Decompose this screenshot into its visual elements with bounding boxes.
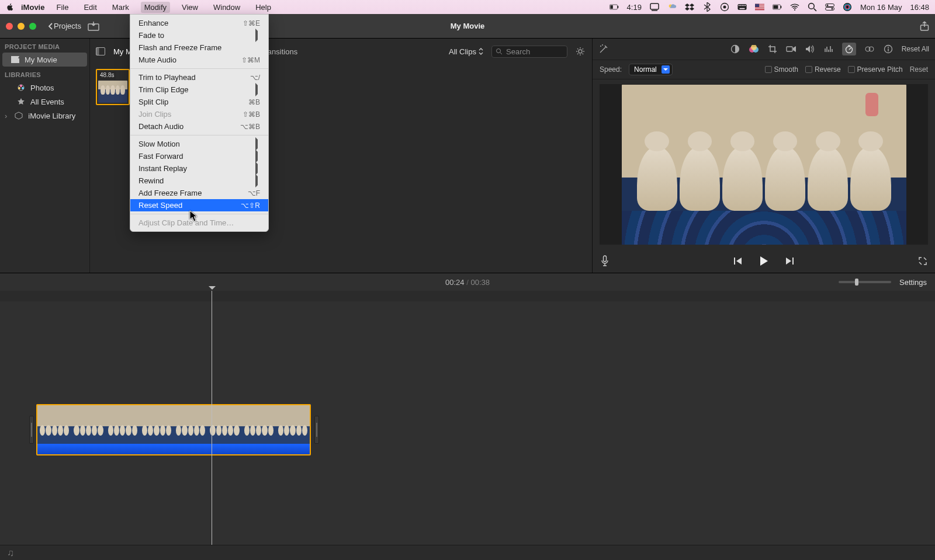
menubar-app-name: iMovie xyxy=(21,3,44,12)
color-balance-button[interactable] xyxy=(730,44,740,54)
play-button[interactable] xyxy=(758,255,770,267)
menubar-time[interactable]: 16:48 xyxy=(910,3,929,12)
menu-item-trim-clip-edge[interactable]: Trim Clip Edge xyxy=(130,84,268,96)
timeline-zoom-slider[interactable] xyxy=(839,281,891,283)
menubar-keyboard-icon[interactable] xyxy=(737,2,747,12)
menu-shortcut: ⌥F xyxy=(248,189,260,197)
volume-button[interactable] xyxy=(805,44,815,54)
timeline-panel: 00:24 / 00:38 Settings ♫ xyxy=(0,273,935,560)
svg-rect-3 xyxy=(650,4,659,9)
menubar-dropbox-icon[interactable] xyxy=(685,2,694,12)
menubar-bluetooth-icon[interactable] xyxy=(702,2,712,12)
menu-item-add-freeze-frame[interactable]: Add Freeze Frame⌥F xyxy=(130,187,268,199)
menu-item-label: Enhance xyxy=(138,19,243,27)
clip-audio-track[interactable] xyxy=(37,444,310,454)
menu-item-label: Fade to xyxy=(138,31,252,40)
sidebar-item-project[interactable]: My Movie xyxy=(2,53,87,67)
menubar-item-modify[interactable]: Modify xyxy=(141,2,170,13)
preserve-pitch-checkbox[interactable]: Preserve Pitch xyxy=(848,65,903,74)
menu-item-trim-to-playhead[interactable]: Trim to Playhead⌥/ xyxy=(130,71,268,84)
background-audio-lane[interactable]: ♫ xyxy=(0,545,935,560)
menubar-item-help[interactable]: Help xyxy=(252,2,275,13)
color-correction-button[interactable] xyxy=(749,44,759,54)
speed-reset-button[interactable]: Reset xyxy=(910,65,928,74)
menubar-record-icon[interactable] xyxy=(720,2,729,12)
menu-item-slow-motion[interactable]: Slow Motion xyxy=(130,138,268,150)
svg-point-44 xyxy=(600,46,601,47)
window-zoom-button[interactable] xyxy=(29,23,36,30)
sidebar-item-all-events[interactable]: All Events xyxy=(2,95,89,109)
menu-item-flash-and-freeze-frame[interactable]: Flash and Freeze Frame xyxy=(130,41,268,54)
menubar-siri-icon[interactable] xyxy=(843,2,852,12)
svg-rect-8 xyxy=(739,5,740,6)
submenu-arrow-icon xyxy=(252,140,260,148)
search-input[interactable]: Search xyxy=(491,46,567,58)
enhance-wand-button[interactable] xyxy=(598,44,612,54)
menubar-battery2-icon[interactable] xyxy=(773,2,782,12)
browser-settings-button[interactable] xyxy=(576,47,586,56)
menubar-item-window[interactable]: Window xyxy=(210,2,244,13)
voiceover-button[interactable] xyxy=(601,255,615,267)
svg-point-42 xyxy=(497,49,501,53)
menubar-control-center-icon[interactable] xyxy=(825,2,834,12)
noise-reduction-button[interactable] xyxy=(823,44,834,54)
menubar-wifi-icon[interactable] xyxy=(790,2,799,12)
menubar-mirror-icon[interactable] xyxy=(650,2,659,12)
timecode-display: 00:24 / 00:38 xyxy=(445,278,490,287)
menubar-weather-icon[interactable] xyxy=(667,2,677,12)
timeline-clip[interactable] xyxy=(36,404,311,455)
menubar-battery-icon[interactable] xyxy=(610,2,619,12)
window-minimize-button[interactable] xyxy=(18,23,25,30)
media-clip[interactable]: 48.8s xyxy=(96,69,130,105)
share-button[interactable] xyxy=(920,21,929,32)
menu-item-mute-audio[interactable]: Mute Audio⇧⌘M xyxy=(130,54,268,66)
project-title: My Movie xyxy=(451,22,485,30)
sidebar-item-library[interactable]: iMovie Library xyxy=(2,109,89,123)
svg-point-27 xyxy=(826,5,828,6)
toggle-sidebar-button[interactable] xyxy=(96,47,105,55)
menu-item-fade-to[interactable]: Fade to xyxy=(130,29,268,41)
next-frame-button[interactable] xyxy=(784,255,795,267)
crop-button[interactable] xyxy=(767,44,778,54)
info-button[interactable] xyxy=(883,44,894,54)
prev-frame-button[interactable] xyxy=(732,255,744,267)
svg-point-45 xyxy=(602,44,603,46)
timeline-body[interactable] xyxy=(0,301,935,545)
menu-item-instant-replay[interactable]: Instant Replay xyxy=(130,162,268,175)
reverse-checkbox[interactable]: Reverse xyxy=(805,65,841,74)
speed-select[interactable]: Normal xyxy=(629,64,673,75)
menu-item-reset-speed[interactable]: Reset Speed⌥⇧R xyxy=(130,199,268,211)
speed-button[interactable] xyxy=(842,43,856,55)
clips-filter-label: All Clips xyxy=(449,47,476,56)
timeline-settings-button[interactable]: Settings xyxy=(899,278,927,287)
clip-trim-handle-left[interactable] xyxy=(29,416,34,444)
projects-back-label: Projects xyxy=(54,22,81,30)
menu-item-split-clip[interactable]: Split Clip⌘B xyxy=(130,96,268,108)
clapper-icon xyxy=(11,55,20,64)
import-media-button[interactable] xyxy=(85,22,102,31)
menubar-search-icon[interactable] xyxy=(808,2,817,12)
timeline-ruler[interactable] xyxy=(0,291,935,301)
menubar-item-edit[interactable]: Edit xyxy=(80,2,100,13)
menubar-flag-icon[interactable] xyxy=(755,2,764,12)
menu-item-rewind[interactable]: Rewind xyxy=(130,175,268,187)
clip-filter-button[interactable] xyxy=(864,44,875,54)
reset-all-button[interactable]: Reset All xyxy=(902,45,929,53)
menu-item-enhance[interactable]: Enhance⇧⌘E xyxy=(130,17,268,29)
menu-item-fast-forward[interactable]: Fast Forward xyxy=(130,150,268,162)
timeline-playhead[interactable] xyxy=(212,291,212,545)
smooth-checkbox[interactable]: Smooth xyxy=(765,65,798,74)
menubar-item-view[interactable]: View xyxy=(178,2,202,13)
menu-shortcut: ⌥/ xyxy=(250,74,260,82)
clip-trim-handle-right[interactable] xyxy=(314,416,319,444)
sidebar-item-photos[interactable]: Photos xyxy=(2,81,89,95)
menubar-date[interactable]: Mon 16 May xyxy=(860,3,902,12)
stabilization-button[interactable] xyxy=(786,44,797,54)
menu-item-detach-audio[interactable]: Detach Audio⌥⌘B xyxy=(130,120,268,133)
clips-filter-dropdown[interactable]: All Clips xyxy=(449,47,483,56)
menubar-item-mark[interactable]: Mark xyxy=(109,2,133,13)
fullscreen-button[interactable] xyxy=(913,257,927,265)
window-close-button[interactable] xyxy=(6,23,13,30)
projects-back-button[interactable]: Projects xyxy=(44,20,85,32)
menubar-item-file[interactable]: File xyxy=(53,2,72,13)
